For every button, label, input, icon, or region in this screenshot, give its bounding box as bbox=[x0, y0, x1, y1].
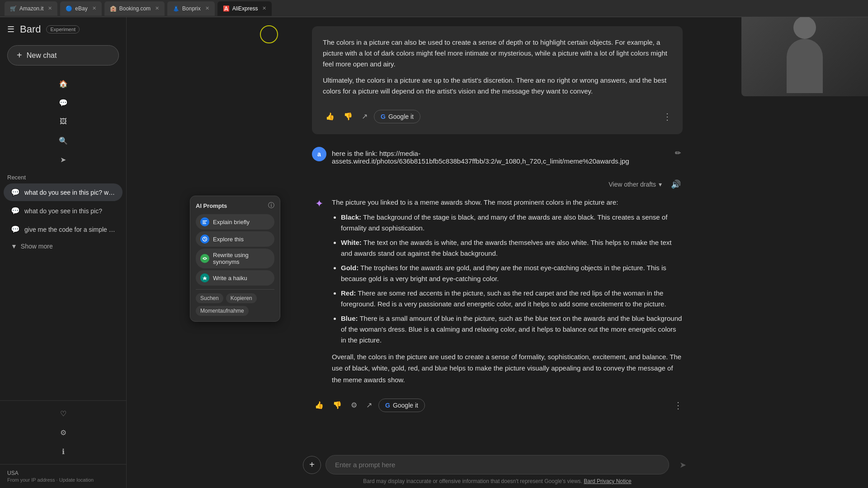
input-row: + ➤ bbox=[303, 455, 692, 474]
popup-divider bbox=[196, 289, 274, 290]
ai-prompts-title: AI Prompts bbox=[196, 202, 227, 209]
momentaufnahme-chip[interactable]: Momentaufnahme bbox=[196, 306, 249, 316]
sidebar-chat-icon[interactable]: 💬 bbox=[54, 94, 72, 112]
sidebar-search-icon[interactable]: 🔍 bbox=[54, 131, 72, 150]
suchen-chip[interactable]: Suchen bbox=[196, 293, 223, 303]
more-options-btn-2[interactable]: ⋮ bbox=[674, 400, 683, 411]
response2-conclusion: Overall, the colors in the picture are u… bbox=[332, 351, 683, 386]
plus-icon: + bbox=[17, 50, 22, 61]
bard-response-1: The colors in a picture can also be used… bbox=[312, 26, 683, 134]
tab-favicon-aliexpress: 🅰️ bbox=[223, 5, 230, 12]
view-drafts-label: View other drafts bbox=[609, 181, 656, 188]
show-more-label: Show more bbox=[21, 243, 53, 250]
new-chat-button[interactable]: + New chat bbox=[7, 45, 119, 66]
response-2-actions: 👍 👎 ⚙ ↗ G Google it ⋮ bbox=[312, 393, 683, 412]
send-button[interactable]: ➤ bbox=[674, 456, 692, 474]
ai-prompts-header: AI Prompts ⓘ bbox=[196, 202, 274, 210]
sidebar-header: ☰ Bard Experiment bbox=[0, 17, 126, 42]
sidebar-heart-icon[interactable]: ♡ bbox=[54, 404, 72, 422]
prompt-rewrite-synonyms[interactable]: Rewrite using synonyms bbox=[196, 249, 274, 268]
recent-item-text-2: give me the code for a simple w... bbox=[24, 226, 115, 233]
input-add-button[interactable]: + bbox=[303, 456, 321, 474]
sidebar-arrow-icon[interactable]: ➤ bbox=[54, 150, 72, 169]
tab-aliexpress[interactable]: 🅰️ AliExpress ✕ bbox=[217, 1, 272, 16]
person-silhouette bbox=[787, 39, 823, 93]
write-haiku-label: Write a haiku bbox=[213, 275, 247, 282]
video-placeholder bbox=[741, 17, 868, 96]
hamburger-icon[interactable]: ☰ bbox=[7, 24, 14, 34]
sidebar-settings-icon[interactable]: ⚙ bbox=[54, 423, 72, 441]
tab-close-bonprix[interactable]: ✕ bbox=[205, 5, 209, 11]
tab-close-booking[interactable]: ✕ bbox=[155, 5, 159, 11]
kopieren-chip[interactable]: Kopieren bbox=[226, 293, 257, 303]
edit-icon[interactable]: ✏ bbox=[673, 147, 683, 159]
recent-item-0[interactable]: 💬 what do you see in this pic? wh... bbox=[4, 183, 123, 201]
recent-label: Recent bbox=[0, 170, 126, 183]
sidebar-bottom: USA From your IP address · Update locati… bbox=[0, 464, 126, 488]
thumbs-down-btn-2[interactable]: 👎 bbox=[330, 398, 344, 412]
bard-logo: Bard bbox=[20, 23, 41, 35]
prompt-write-haiku[interactable]: Write a haiku bbox=[196, 270, 274, 286]
rewrite-icon bbox=[200, 254, 209, 263]
speaker-button[interactable]: 🔊 bbox=[669, 178, 683, 191]
recent-item-2[interactable]: 💬 give me the code for a simple w... bbox=[4, 221, 123, 238]
bard-privacy-link[interactable]: Bard Privacy Notice bbox=[584, 478, 631, 484]
prompt-explain-briefly[interactable]: Explain briefly bbox=[196, 214, 274, 230]
chat-input-area: + ➤ Bard may display inaccurate or offen… bbox=[127, 450, 868, 488]
prompt-explore-this[interactable]: Explore this bbox=[196, 231, 274, 247]
adjust-btn-2[interactable]: ⚙ bbox=[348, 398, 360, 412]
chevron-down-icon: ▼ bbox=[11, 243, 17, 250]
thumbs-down-btn-1[interactable]: 👎 bbox=[341, 109, 355, 123]
bullet-red: Red: There are some red accents in the p… bbox=[341, 288, 683, 310]
thumbs-up-btn-2[interactable]: 👍 bbox=[312, 398, 326, 412]
tab-booking[interactable]: 🏨 Booking.com ✕ bbox=[104, 1, 165, 16]
user-message-text: here is the link: https://media-assets.w… bbox=[332, 147, 668, 165]
google-it-btn-1[interactable]: G Google it bbox=[374, 110, 420, 123]
response2-intro: The picture you linked to is a meme awar… bbox=[332, 197, 683, 208]
tab-close-aliexpress[interactable]: ✕ bbox=[262, 5, 266, 11]
share-btn-1[interactable]: ↗ bbox=[359, 109, 370, 123]
response2-bullets: Black: The background of the stage is bl… bbox=[332, 212, 683, 346]
explore-this-label: Explore this bbox=[213, 236, 244, 243]
share-btn-2[interactable]: ↗ bbox=[363, 398, 375, 412]
google-it-label-1: Google it bbox=[388, 113, 414, 120]
bard-response-2-content: The picture you linked to is a meme awar… bbox=[332, 197, 683, 385]
explain-icon bbox=[200, 217, 209, 226]
bullet-black: Black: The background of the stage is bl… bbox=[341, 212, 683, 234]
bard-star-icon: ✦ bbox=[312, 197, 326, 211]
ai-prompts-popup: AI Prompts ⓘ Explain briefly Explore thi… bbox=[190, 196, 280, 322]
view-drafts-button[interactable]: View other drafts ▾ bbox=[605, 179, 665, 190]
explain-briefly-label: Explain briefly bbox=[213, 219, 250, 225]
recent-item-1[interactable]: 💬 what do yoe see in this pic? bbox=[4, 202, 123, 220]
footer-disclaimer: Bard may display inaccurate or offensive… bbox=[363, 478, 582, 484]
video-overlay bbox=[741, 17, 868, 96]
bard-response-1-text1: The colors in a picture can also be used… bbox=[323, 37, 672, 70]
tab-close-amazon[interactable]: ✕ bbox=[48, 5, 52, 11]
tab-favicon-ebay: 🔵 bbox=[66, 5, 72, 12]
show-more-button[interactable]: ▼ Show more bbox=[4, 239, 123, 253]
bard-response-1-text2: Ultimately, the colors in a picture are … bbox=[323, 75, 672, 97]
explore-icon bbox=[200, 235, 209, 244]
user-avatar-letter: a bbox=[317, 150, 321, 158]
person-head bbox=[793, 17, 816, 39]
response-1-actions: 👍 👎 ↗ G Google it ⋮ bbox=[323, 104, 672, 123]
google-it-label-2: Google it bbox=[393, 402, 418, 409]
svg-line-5 bbox=[205, 239, 206, 240]
tab-ebay[interactable]: 🔵 eBay ✕ bbox=[60, 1, 101, 16]
more-options-btn-1[interactable]: ⋮ bbox=[663, 111, 672, 122]
rewrite-synonyms-label: Rewrite using synonyms bbox=[213, 252, 270, 265]
experiment-badge: Experiment bbox=[46, 25, 80, 33]
tab-label-ebay: eBay bbox=[75, 5, 87, 12]
tab-close-ebay[interactable]: ✕ bbox=[92, 5, 96, 11]
sidebar-info-icon[interactable]: ℹ bbox=[54, 442, 72, 460]
user-message: a here is the link: https://media-assets… bbox=[312, 141, 683, 170]
chat-container: The colors in a picture can also be used… bbox=[303, 26, 692, 412]
thumbs-up-btn-1[interactable]: 👍 bbox=[323, 109, 337, 123]
chat-input[interactable] bbox=[326, 455, 669, 474]
sidebar-image-icon[interactable]: 🖼 bbox=[54, 113, 72, 131]
tab-bonprix[interactable]: 👗 Bonprix ✕ bbox=[167, 1, 215, 16]
ai-prompts-close-icon[interactable]: ⓘ bbox=[268, 202, 274, 210]
sidebar-home-icon[interactable]: 🏠 bbox=[54, 75, 72, 93]
google-it-btn-2[interactable]: G Google it bbox=[378, 399, 425, 412]
tab-amazon[interactable]: 🛒 Amazon.it ✕ bbox=[5, 1, 57, 16]
